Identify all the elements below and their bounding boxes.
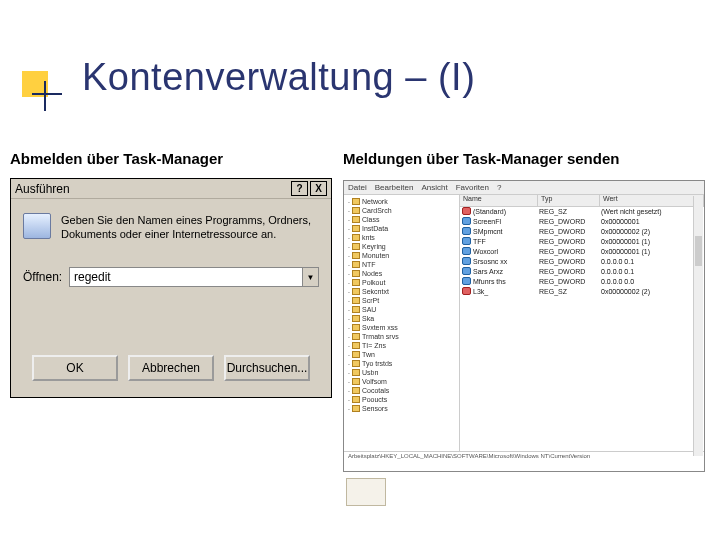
run-icon [23, 213, 51, 239]
regedit-statusbar: Arbeitsplatz\HKEY_LOCAL_MACHINE\SOFTWARE… [344, 451, 704, 465]
tree-item[interactable]: -Usbn [346, 368, 459, 377]
registry-value-row[interactable]: SMpmcntREG_DWORD0x00000002 (2) [460, 227, 704, 237]
subtitle-right: Meldungen über Task-Manager senden [343, 150, 619, 167]
tree-item[interactable]: -Keyring [346, 242, 459, 251]
tree-item[interactable]: -Nodes [346, 269, 459, 278]
registry-value-row[interactable]: L3k_REG_SZ0x00000002 (2) [460, 287, 704, 297]
folder-icon [352, 315, 360, 322]
menu-item[interactable]: Bearbeiten [375, 183, 414, 192]
tree-item[interactable]: -SAU [346, 305, 459, 314]
folder-icon [352, 360, 360, 367]
folder-icon [352, 405, 360, 412]
tree-item[interactable]: -Polkout [346, 278, 459, 287]
value-icon [462, 287, 471, 295]
slide-title: Kontenverwaltung – (I) [82, 56, 475, 99]
regedit-scrollbar[interactable] [693, 196, 703, 456]
folder-icon [352, 396, 360, 403]
open-label: Öffnen: [23, 270, 69, 284]
regedit-window: DateiBearbeitenAnsichtFavoriten? -Networ… [343, 180, 705, 472]
mini-thumbnail [346, 478, 386, 506]
run-dialog: Ausführen ? X Geben Sie den Namen eines … [10, 178, 332, 398]
folder-icon [352, 261, 360, 268]
folder-icon [352, 378, 360, 385]
value-icon [462, 207, 471, 215]
registry-value-row[interactable]: WoxcorlREG_DWORD0x00000001 (1) [460, 247, 704, 257]
folder-icon [352, 279, 360, 286]
folder-icon [352, 270, 360, 277]
run-prompt: Geben Sie den Namen eines Programms, Ord… [61, 213, 319, 241]
folder-icon [352, 207, 360, 214]
open-input[interactable] [69, 267, 303, 287]
registry-value-row[interactable]: Sars ArxzREG_DWORD0.0.0.0 0.1 [460, 267, 704, 277]
folder-icon [352, 351, 360, 358]
tree-item[interactable]: -Sensors [346, 404, 459, 413]
tree-item[interactable]: -Sekcntxt [346, 287, 459, 296]
value-icon [462, 217, 471, 225]
folder-icon [352, 252, 360, 259]
menu-item[interactable]: Ansicht [421, 183, 447, 192]
value-icon [462, 277, 471, 285]
col-name[interactable]: Name [460, 195, 538, 206]
tree-item[interactable]: -InstData [346, 224, 459, 233]
folder-icon [352, 342, 360, 349]
folder-icon [352, 333, 360, 340]
registry-value-row[interactable]: Mfunrs thsREG_DWORD0.0.0.0 0.0 [460, 277, 704, 287]
menu-item[interactable]: ? [497, 183, 501, 192]
folder-icon [352, 387, 360, 394]
regedit-menubar[interactable]: DateiBearbeitenAnsichtFavoriten? [344, 181, 704, 195]
help-button[interactable]: ? [291, 181, 308, 196]
tree-item[interactable]: -Twn [346, 350, 459, 359]
tree-item[interactable]: -CardSrch [346, 206, 459, 215]
menu-item[interactable]: Favoriten [456, 183, 489, 192]
folder-icon [352, 234, 360, 241]
slide-bullet-icon [22, 71, 48, 97]
folder-icon [352, 225, 360, 232]
run-titlebar: Ausführen ? X [11, 179, 331, 199]
tree-item[interactable]: -Monuten [346, 251, 459, 260]
open-dropdown-button[interactable]: ▼ [303, 267, 319, 287]
tree-item[interactable]: -Cocotals [346, 386, 459, 395]
tree-item[interactable]: -Tyo trstds [346, 359, 459, 368]
col-type[interactable]: Typ [538, 195, 600, 206]
value-icon [462, 237, 471, 245]
menu-item[interactable]: Datei [348, 183, 367, 192]
folder-icon [352, 306, 360, 313]
browse-button[interactable]: Durchsuchen... [224, 355, 310, 381]
tree-item[interactable]: -knts [346, 233, 459, 242]
folder-icon [352, 243, 360, 250]
folder-icon [352, 297, 360, 304]
subtitle-left: Abmelden über Task-Manager [10, 150, 223, 167]
registry-value-row[interactable]: Srsosnc xxREG_DWORD0.0.0.0 0.1 [460, 257, 704, 267]
tree-item[interactable]: -Svxtem xss [346, 323, 459, 332]
tree-item[interactable]: -Class [346, 215, 459, 224]
value-icon [462, 247, 471, 255]
regedit-list[interactable]: Name Typ Wert (Standard)REG_SZ(Wert nich… [460, 195, 704, 451]
folder-icon [352, 216, 360, 223]
tree-item[interactable]: -NTF [346, 260, 459, 269]
value-icon [462, 257, 471, 265]
close-button[interactable]: X [310, 181, 327, 196]
folder-icon [352, 288, 360, 295]
regedit-tree[interactable]: -Network-CardSrch-Class-InstData-knts-Ke… [344, 195, 460, 451]
tree-item[interactable]: -Pooucts [346, 395, 459, 404]
col-data[interactable]: Wert [600, 195, 704, 206]
tree-item[interactable]: -ScrPt [346, 296, 459, 305]
tree-item[interactable]: -Trmatn srvs [346, 332, 459, 341]
tree-item[interactable]: -Volfsom [346, 377, 459, 386]
tree-item[interactable]: -TI= Zns [346, 341, 459, 350]
cancel-button[interactable]: Abbrechen [128, 355, 214, 381]
registry-value-row[interactable]: ScreenFlREG_DWORD0x00000001 [460, 217, 704, 227]
folder-icon [352, 198, 360, 205]
value-icon [462, 227, 471, 235]
tree-item[interactable]: -Network [346, 197, 459, 206]
registry-value-row[interactable]: TFFREG_DWORD0x00000001 (1) [460, 237, 704, 247]
value-icon [462, 267, 471, 275]
tree-item[interactable]: -Ska [346, 314, 459, 323]
registry-value-row[interactable]: (Standard)REG_SZ(Wert nicht gesetzt) [460, 207, 704, 217]
ok-button[interactable]: OK [32, 355, 118, 381]
run-title: Ausführen [15, 182, 289, 196]
folder-icon [352, 369, 360, 376]
folder-icon [352, 324, 360, 331]
